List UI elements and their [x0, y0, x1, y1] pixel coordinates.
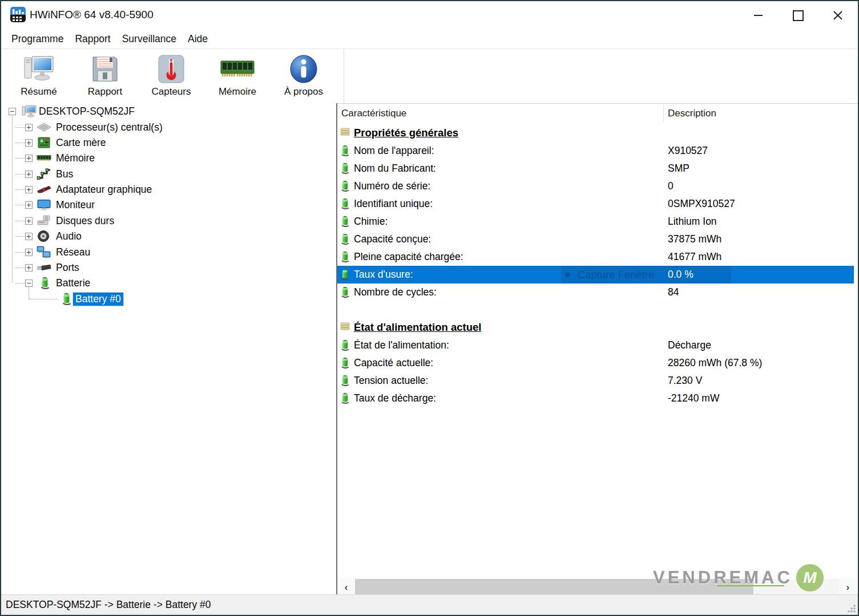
tree-item-processeur[interactable]: Processeur(s) central(s): [1, 119, 336, 135]
close-button[interactable]: [818, 1, 858, 30]
battery-icon: [340, 357, 352, 370]
expand-plus-icon[interactable]: [25, 249, 33, 256]
hdd-icon: [37, 214, 51, 228]
section-papers-icon: [340, 322, 352, 334]
device-tree-panel: DESKTOP-SQM52JF Processeur(s) central(s)…: [1, 103, 336, 595]
tree-item-reseau[interactable]: Réseau: [1, 244, 336, 260]
table-row[interactable]: Identifiant unique: 0SMPX910527: [337, 195, 854, 213]
menu-aide[interactable]: Aide: [182, 33, 213, 45]
window-title: HWiNFO® 64 v8.40-5900: [30, 9, 154, 21]
column-divider[interactable]: [663, 105, 664, 122]
maximize-button[interactable]: [778, 1, 818, 30]
row-value: 7.230 V: [668, 375, 702, 387]
tree-item-ports[interactable]: Ports: [1, 260, 336, 275]
row-label: Identifiant unique:: [354, 198, 433, 210]
row-label: Numéro de série:: [354, 180, 430, 192]
expand-plus-icon[interactable]: [25, 186, 33, 193]
tree-item-adaptateur-graphique[interactable]: Adaptateur graphique: [1, 181, 336, 197]
toolbar-apropos-button[interactable]: À propos: [271, 52, 337, 100]
title-bar: HWiNFO® 64 v8.40-5900: [1, 1, 858, 30]
table-row[interactable]: Capacité conçue: 37875 mWh: [337, 230, 854, 248]
hwinfo-window: HWiNFO® 64 v8.40-5900 Programme Rapport …: [0, 0, 859, 616]
resize-grip-icon[interactable]: [848, 605, 856, 613]
tree-item-label: Mémoire: [56, 152, 95, 164]
collapse-expander-icon[interactable]: [9, 108, 16, 115]
tree-item-disques-durs[interactable]: Disques durs: [1, 213, 336, 229]
toolbar: Résumé Rapport: [1, 49, 858, 104]
tree-item-bus[interactable]: Bus: [1, 166, 336, 182]
battery-icon: [340, 392, 352, 405]
column-description[interactable]: Description: [668, 108, 716, 119]
expand-plus-icon[interactable]: [25, 233, 33, 240]
table-row[interactable]: Chimie: Lithium Ion: [337, 213, 854, 230]
table-row[interactable]: Taux de décharge: -21240 mW: [337, 390, 854, 407]
table-row-selected[interactable]: Capture Fenêtre Taux d'usure: 0.0 %: [337, 266, 854, 283]
table-row[interactable]: Pleine capacité chargée: 41677 mWh: [337, 248, 854, 266]
tree-item-label: Processeur(s) central(s): [56, 121, 163, 133]
tree-item-desktop[interactable]: DESKTOP-SQM52JF: [1, 103, 336, 119]
row-label: Nom de l'appareil:: [354, 145, 434, 157]
column-caracteristique[interactable]: Caractéristique: [341, 108, 406, 119]
monitor-icon: [37, 198, 51, 212]
tree-item-label: Batterie: [56, 277, 90, 289]
section-row-proprietes[interactable]: Propriétés générales: [337, 124, 854, 142]
toolbar-resume-label: Résumé: [21, 86, 57, 98]
row-label: Chimie:: [354, 216, 388, 228]
toolbar-rapport-button[interactable]: Rapport: [72, 52, 138, 100]
battery-icon: [340, 163, 352, 175]
expand-plus-icon[interactable]: [25, 217, 33, 225]
collapse-expander-icon[interactable]: [25, 279, 33, 287]
table-row[interactable]: Nom de l'appareil: X910527: [337, 142, 854, 160]
section-title: Propriétés générales: [354, 127, 458, 139]
status-bar: DESKTOP-SQM52JF -> Batterie -> Battery #…: [1, 594, 858, 615]
tree-item-memoire[interactable]: Mémoire: [1, 150, 336, 166]
table-row[interactable]: Capacité actuelle: 28260 mWh (67.8 %): [337, 354, 854, 372]
motherboard-icon: [37, 136, 51, 149]
row-value: 0: [668, 180, 674, 192]
menu-programme[interactable]: Programme: [6, 33, 69, 45]
menu-surveillance[interactable]: Surveillance: [116, 33, 182, 45]
battery-icon: [38, 276, 53, 290]
row-value: X910527: [668, 145, 708, 157]
expand-plus-icon[interactable]: [25, 264, 33, 271]
table-row[interactable]: État de l'alimentation: Décharge: [337, 337, 854, 354]
toolbar-resume-button[interactable]: Résumé: [6, 52, 72, 100]
menu-rapport[interactable]: Rapport: [69, 33, 116, 45]
bus-icon: [37, 167, 51, 181]
vendremac-watermark: VENDREMAC M: [653, 560, 858, 595]
battery-icon: [340, 269, 352, 281]
memory-icon: [37, 151, 51, 165]
scroll-left-arrow-icon[interactable]: ‹: [337, 579, 355, 595]
expand-plus-icon[interactable]: [25, 139, 33, 147]
battery-icon: [340, 286, 352, 299]
tree-item-label: Disques durs: [56, 215, 114, 227]
capture-overlay-icon: [565, 272, 570, 277]
tree-item-label: Moniteur: [56, 199, 95, 211]
menu-bar: Programme Rapport Surveillance Aide: [1, 30, 858, 49]
tree-item-label: Audio: [56, 230, 82, 242]
memory-module-icon: [220, 52, 255, 86]
expand-plus-icon[interactable]: [25, 171, 33, 178]
expand-plus-icon[interactable]: [25, 155, 33, 162]
details-panel: Caractéristique Description Propriétés g…: [337, 103, 857, 595]
expand-plus-icon[interactable]: [25, 201, 33, 209]
watermark-underline: [717, 585, 784, 586]
tree-item-moniteur[interactable]: Moniteur: [1, 197, 336, 213]
row-label: Nombre de cycles:: [354, 286, 437, 298]
minimize-button[interactable]: [738, 1, 778, 30]
tree-item-batterie[interactable]: Batterie: [1, 275, 336, 291]
table-row[interactable]: Tension actuelle: 7.230 V: [337, 372, 854, 390]
tree-item-battery-0[interactable]: Battery #0: [1, 291, 336, 307]
section-papers-icon: [340, 127, 352, 140]
tree-item-audio[interactable]: Audio: [1, 228, 336, 244]
table-row[interactable]: Nombre de cycles: 84: [337, 283, 854, 301]
toolbar-capteurs-button[interactable]: Capteurs: [138, 52, 204, 100]
row-value: -21240 mW: [668, 392, 719, 404]
table-row[interactable]: Numéro de série: 0: [337, 177, 854, 195]
tree-item-carte-mere[interactable]: Carte mère: [1, 135, 336, 151]
section-row-etat[interactable]: État d'alimentation actuel: [337, 319, 854, 337]
section-title: État d'alimentation actuel: [354, 321, 481, 334]
table-row[interactable]: Nom du Fabricant: SMP: [337, 160, 854, 177]
expand-plus-icon[interactable]: [25, 124, 33, 131]
toolbar-memoire-button[interactable]: Mémoire: [204, 52, 271, 100]
